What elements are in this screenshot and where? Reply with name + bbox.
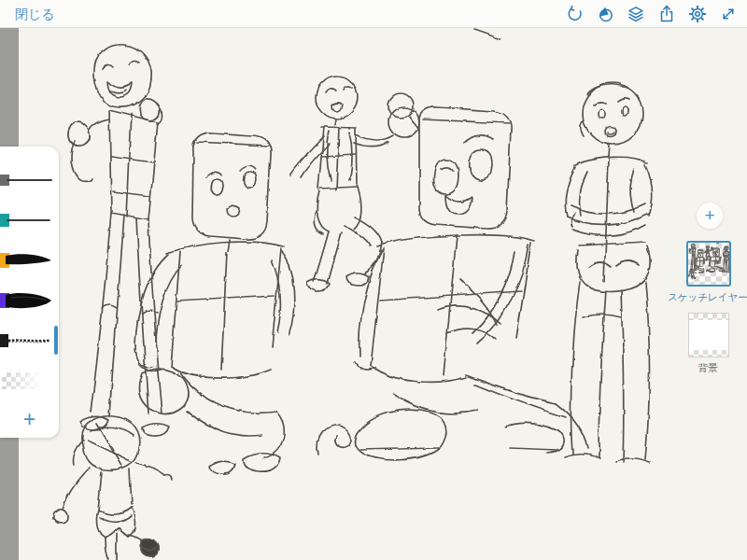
close-button[interactable]: 閉じる <box>15 0 55 28</box>
transparency-checker <box>689 314 728 320</box>
transparency-checker <box>689 350 728 357</box>
layer-label-background: 背景 <box>661 362 747 375</box>
settings-icon[interactable] <box>687 4 707 23</box>
drawing-canvas[interactable] <box>0 28 747 560</box>
layers-icon[interactable] <box>626 4 645 23</box>
brush-panel: + <box>0 147 59 438</box>
share-icon[interactable] <box>656 4 676 23</box>
brush-color-pencil[interactable] <box>0 200 59 240</box>
sketch-artwork <box>0 28 747 560</box>
brush-ink-pen[interactable] <box>0 240 59 280</box>
toolbar-actions <box>564 4 738 23</box>
add-brush-button[interactable]: + <box>0 400 59 438</box>
layer-item-background[interactable] <box>688 313 729 357</box>
brush-paint-brush[interactable] <box>0 280 59 320</box>
layer-item-sketch[interactable] <box>686 241 731 287</box>
layer-label-sketch: スケッチレイヤー <box>661 291 747 304</box>
eraser-icon <box>2 372 47 389</box>
brush-eraser[interactable] <box>0 360 59 400</box>
layer-thumbnail-sketch <box>688 243 729 285</box>
add-layer-button[interactable]: + <box>696 202 724 230</box>
brush-sketch-pencil[interactable] <box>0 320 59 360</box>
blend-icon[interactable] <box>595 4 614 23</box>
top-toolbar: 閉じる <box>0 0 747 28</box>
brush-selected-indicator <box>54 326 58 355</box>
brush-graphite-pencil[interactable] <box>0 160 59 200</box>
undo-icon[interactable] <box>564 4 584 23</box>
fullscreen-icon[interactable] <box>718 4 738 23</box>
